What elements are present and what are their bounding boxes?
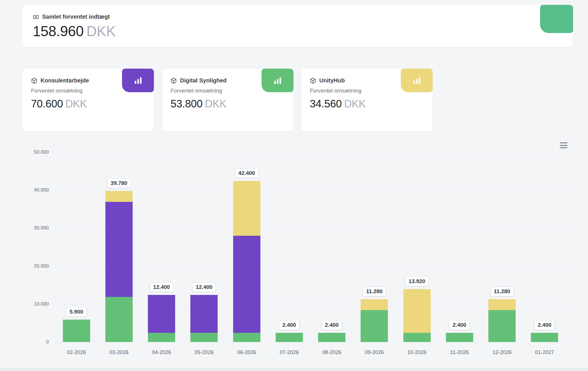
- bar-segment-digital-synlighed[interactable]: [148, 333, 175, 342]
- bar-segment-digital-synlighed[interactable]: [63, 320, 90, 342]
- product-accent-tile: [262, 69, 293, 92]
- revenue-stacked-bar-chart: 010.00020.00030.00040.00050.0005.90002-2…: [55, 152, 566, 342]
- summary-card: Samlet forventet indtægt 158.960DKK: [22, 5, 573, 47]
- bar-segment-konsulentarbejde[interactable]: [105, 202, 133, 297]
- bar-total-label: 11.280: [490, 287, 514, 296]
- x-axis-label: 02-2026: [67, 349, 86, 355]
- bar-total-label: 5.900: [66, 307, 87, 317]
- product-card-konsulentarbejde: Konsulentarbejde Forventet omsætning 70.…: [22, 69, 154, 132]
- x-axis-label: 12-2026: [493, 349, 512, 355]
- bar-total-label: 2.400: [534, 320, 555, 330]
- x-axis-label: 04-2026: [152, 349, 171, 355]
- bar-segment-digital-synlighed[interactable]: [488, 310, 516, 342]
- y-axis-label: 0: [46, 339, 49, 345]
- summary-value: 158.960: [33, 23, 84, 39]
- x-axis-label: 03-2026: [109, 349, 128, 355]
- x-axis-label: 01-2027: [535, 349, 554, 355]
- x-axis-label: 10-2026: [407, 349, 426, 355]
- banknote-icon: [33, 14, 39, 20]
- bar-segment-digital-synlighed[interactable]: [361, 310, 388, 342]
- bar-total-label: 2.400: [322, 320, 342, 330]
- bar-segment-digital-synlighed[interactable]: [233, 333, 260, 342]
- bar-segment-digital-synlighed[interactable]: [190, 333, 218, 342]
- chart-section: 010.00020.00030.00040.00050.0005.90002-2…: [0, 0, 588, 371]
- bar-total-label: 12.400: [192, 282, 216, 292]
- x-axis-label: 11-2026: [450, 349, 469, 355]
- x-axis-label: 09-2026: [365, 349, 384, 355]
- chart-menu-icon[interactable]: [560, 142, 567, 148]
- x-axis-label: 06-2026: [237, 349, 256, 355]
- x-axis-label: 08-2026: [322, 349, 341, 355]
- package-icon: [171, 78, 177, 84]
- bar-segment-digital-synlighed[interactable]: [446, 333, 473, 342]
- bar-segment-digital-synlighed[interactable]: [318, 333, 345, 342]
- bar-segment-unityhub[interactable]: [233, 181, 260, 235]
- product-card-digital-synlighed: Digital Synlighed Forventet omsætning 53…: [162, 69, 293, 132]
- bar-segment-konsulentarbejde[interactable]: [190, 295, 218, 333]
- bar-segment-unityhub[interactable]: [403, 289, 431, 333]
- bar-segment-digital-synlighed[interactable]: [276, 333, 303, 342]
- summary-value-row: 158.960DKK: [33, 24, 563, 39]
- bar-segment-konsulentarbejde[interactable]: [148, 295, 175, 333]
- y-axis-label: 40.000: [34, 187, 49, 193]
- product-name: Digital Synlighed: [180, 77, 227, 84]
- bar-chart-icon: [272, 75, 283, 86]
- x-axis-label: 05-2026: [195, 349, 214, 355]
- product-currency: DKK: [65, 98, 87, 110]
- bar-segment-unityhub[interactable]: [488, 299, 516, 310]
- product-accent-tile: [401, 69, 433, 92]
- package-icon: [31, 78, 37, 84]
- product-value: 70.600: [31, 98, 63, 110]
- bar-total-label: 2.400: [449, 320, 470, 330]
- y-axis-label: 20.000: [34, 263, 49, 269]
- product-name: UnityHub: [319, 77, 345, 84]
- bar-total-label: 39.780: [107, 178, 131, 188]
- product-name: Konsulentarbejde: [40, 77, 89, 84]
- product-value: 34.560: [310, 98, 342, 110]
- y-axis-label: 50.000: [34, 149, 49, 155]
- gridline: [55, 190, 566, 190]
- product-card-unityhub: UnityHub Forventet omsætning 34.560DKK: [301, 69, 433, 132]
- bar-total-label: 11.280: [363, 287, 386, 296]
- product-currency: DKK: [344, 98, 365, 110]
- summary-currency: DKK: [86, 23, 115, 39]
- bar-total-label: 13.920: [405, 277, 429, 286]
- gridline: [55, 152, 566, 152]
- bar-segment-unityhub[interactable]: [105, 191, 133, 202]
- bar-segment-unityhub[interactable]: [361, 299, 388, 310]
- gridline: [55, 342, 566, 342]
- product-currency: DKK: [205, 98, 226, 110]
- bar-segment-digital-synlighed[interactable]: [403, 333, 431, 342]
- bar-chart-icon: [133, 75, 143, 86]
- x-axis-label: 07-2026: [280, 349, 299, 355]
- bar-segment-konsulentarbejde[interactable]: [233, 236, 260, 333]
- package-icon: [310, 78, 316, 84]
- bar-chart-icon: [412, 75, 422, 86]
- summary-label: Samlet forventet indtægt: [42, 13, 110, 20]
- product-value-row: 53.800DKK: [171, 98, 285, 110]
- product-accent-tile: [122, 69, 154, 92]
- bar-total-label: 2.400: [279, 320, 300, 330]
- revenue-dashboard-page: Samlet forventet indtægt 158.960DKK Kons…: [0, 0, 588, 371]
- product-value-row: 34.560DKK: [310, 98, 424, 110]
- y-axis-label: 30.000: [34, 225, 49, 231]
- product-value: 53.800: [171, 98, 202, 110]
- bottom-band: [0, 368, 588, 371]
- y-axis-label: 10.000: [34, 301, 49, 307]
- product-value-row: 70.600DKK: [31, 98, 145, 110]
- bar-total-label: 12.400: [150, 282, 173, 292]
- summary-label-row: Samlet forventet indtægt: [33, 13, 563, 20]
- bar-segment-digital-synlighed[interactable]: [531, 333, 558, 342]
- bar-segment-digital-synlighed[interactable]: [105, 297, 133, 342]
- bar-total-label: 42.400: [235, 168, 258, 178]
- summary-accent-tab: [540, 5, 573, 33]
